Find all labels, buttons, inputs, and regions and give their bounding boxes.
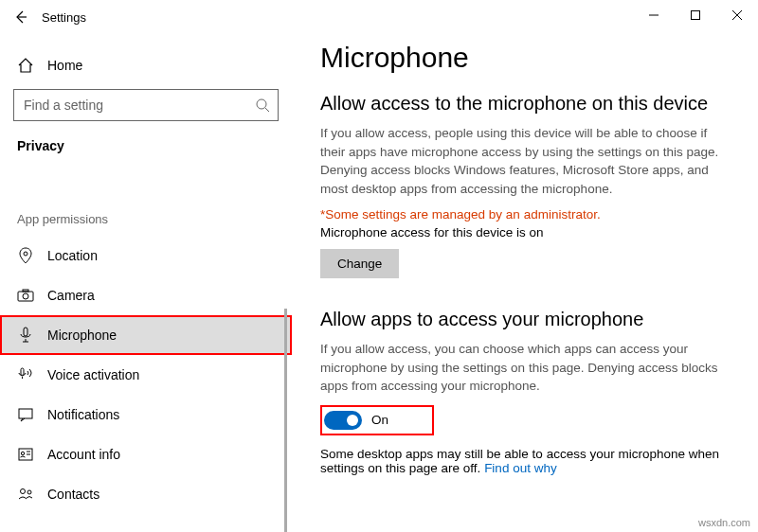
device-status: Microphone access for this device is on xyxy=(320,225,730,239)
sidebar-item-label: Contacts xyxy=(47,487,99,502)
sidebar-item-contacts[interactable]: Contacts xyxy=(0,474,292,514)
microphone-icon xyxy=(17,327,34,344)
window-title: Settings xyxy=(42,10,86,25)
apps-access-toggle[interactable] xyxy=(324,411,362,430)
svg-rect-1 xyxy=(692,11,700,20)
sidebar-group-label: App permissions xyxy=(0,204,292,236)
search-icon xyxy=(255,98,270,113)
footer-note: Some desktop apps may still be able to a… xyxy=(320,447,730,475)
svg-point-6 xyxy=(24,252,27,256)
close-button[interactable] xyxy=(716,0,758,30)
sidebar-section: Privacy xyxy=(0,133,292,168)
sidebar-home[interactable]: Home xyxy=(0,51,292,83)
minimize-button[interactable] xyxy=(633,0,675,30)
content-pane: Microphone Allow access to the microphon… xyxy=(292,34,758,532)
svg-rect-9 xyxy=(23,290,28,292)
find-out-why-link[interactable]: Find out why xyxy=(484,461,557,475)
svg-rect-12 xyxy=(19,409,32,418)
watermark: wsxdn.com xyxy=(698,517,750,528)
sidebar-item-camera[interactable]: Camera xyxy=(0,275,292,315)
contacts-icon xyxy=(17,486,34,503)
back-button[interactable] xyxy=(0,9,42,25)
svg-line-5 xyxy=(265,108,269,112)
sidebar-item-microphone[interactable]: Microphone xyxy=(0,315,292,355)
apps-access-toggle-row: On xyxy=(320,405,434,435)
sidebar-item-voice-activation[interactable]: Voice activation xyxy=(0,355,292,395)
svg-point-17 xyxy=(21,489,26,494)
account-icon xyxy=(17,446,34,463)
location-icon xyxy=(17,247,34,264)
sidebar-home-label: Home xyxy=(47,58,82,73)
sidebar-item-label: Account info xyxy=(47,447,120,462)
voice-activation-icon xyxy=(17,366,34,383)
sidebar-item-notifications[interactable]: Notifications xyxy=(0,395,292,434)
section2-desc: If you allow access, you can choose whic… xyxy=(320,340,730,396)
sidebar-item-label: Location xyxy=(47,248,98,263)
change-button[interactable]: Change xyxy=(320,249,399,278)
admin-note: *Some settings are managed by an adminis… xyxy=(320,207,730,222)
svg-point-4 xyxy=(257,99,266,109)
notifications-icon xyxy=(17,406,34,423)
sidebar-item-label: Camera xyxy=(47,288,95,303)
search-input[interactable]: Find a setting xyxy=(13,89,279,121)
toggle-label: On xyxy=(371,413,388,427)
camera-icon xyxy=(17,287,34,304)
sidebar: Home Find a setting Privacy App permissi… xyxy=(0,34,292,532)
section1-desc: If you allow access, people using this d… xyxy=(320,124,730,198)
svg-point-14 xyxy=(21,452,24,454)
svg-point-18 xyxy=(27,490,31,494)
section2-title: Allow apps to access your microphone xyxy=(320,309,730,330)
sidebar-scrollbar[interactable] xyxy=(284,309,287,532)
sidebar-item-account-info[interactable]: Account info xyxy=(0,434,292,474)
svg-point-8 xyxy=(23,293,28,299)
home-icon xyxy=(17,57,34,74)
section1-title: Allow access to the microphone on this d… xyxy=(320,93,730,115)
sidebar-item-label: Microphone xyxy=(47,328,117,343)
page-title: Microphone xyxy=(320,42,730,74)
search-placeholder: Find a setting xyxy=(24,98,255,113)
maximize-button[interactable] xyxy=(675,0,716,30)
sidebar-item-label: Notifications xyxy=(47,407,119,422)
sidebar-item-label: Voice activation xyxy=(47,367,139,382)
svg-rect-10 xyxy=(24,328,27,336)
sidebar-item-location[interactable]: Location xyxy=(0,236,292,275)
